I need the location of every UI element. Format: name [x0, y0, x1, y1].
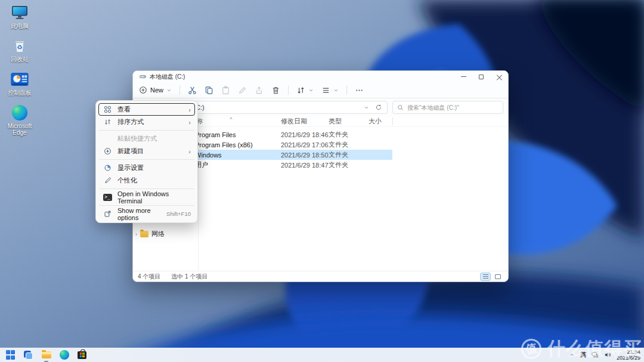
details-view-toggle[interactable] [480, 273, 491, 281]
network-icon [140, 231, 148, 237]
menu-item-show-more-options[interactable]: Show more options Shift+F10 [98, 208, 195, 220]
menu-item-label: Open in Windows Terminal [117, 190, 191, 205]
sort-icon [103, 117, 112, 127]
file-type: 文件夹 [329, 160, 348, 169]
menu-item-new-item[interactable]: 新建项目 › [98, 145, 195, 157]
this-pc-icon [11, 4, 29, 21]
taskbar-clock[interactable]: 21:54 2021/6/29 [617, 349, 640, 361]
search-input[interactable] [407, 104, 499, 111]
store-taskbar-button[interactable] [77, 350, 87, 360]
new-icon [139, 86, 147, 94]
share-icon [255, 86, 264, 95]
file-modified: 2021/6/29 18:50 [281, 151, 329, 159]
file-modified: 2021/6/29 18:46 [281, 131, 329, 138]
desktop-icon-control-panel[interactable]: 控制面板 [1, 70, 38, 96]
menu-item-view[interactable]: 查看 › [98, 103, 195, 116]
paintbrush-icon [103, 176, 112, 185]
desktop-icon-edge[interactable]: Microsoft Edge [1, 104, 38, 136]
file-name: Program Files [195, 131, 236, 138]
desktop-icon-recycle-bin[interactable]: ♻ 回收站 [1, 37, 38, 63]
column-header-size[interactable]: 大小 [369, 117, 382, 126]
nav-item-label: 网络 [151, 230, 165, 239]
file-row-users[interactable]: 用户 2021/6/29 18:47 文件夹 [199, 160, 508, 170]
delete-icon [271, 86, 280, 95]
drive-icon [140, 73, 146, 80]
menu-item-open-windows-terminal[interactable]: >_ Open in Windows Terminal [98, 191, 195, 203]
tray-time: 21:54 [617, 349, 640, 355]
edge-taskbar-button[interactable] [59, 350, 69, 360]
column-header-type[interactable]: 类型 [329, 117, 342, 126]
sort-button[interactable] [296, 86, 314, 95]
view-grid-icon [103, 105, 112, 115]
large-icons-view-toggle[interactable] [493, 273, 503, 281]
menu-item-sort-by[interactable]: 排序方式 › [98, 116, 195, 128]
menu-separator [99, 159, 194, 160]
paste-button[interactable] [221, 86, 230, 95]
menu-item-label: 排序方式 [117, 117, 144, 126]
edge-icon [60, 350, 69, 360]
title-bar[interactable]: 本地磁盘 (C:) [133, 71, 508, 82]
menu-item-personalize[interactable]: 个性化 [98, 174, 195, 187]
menu-separator [99, 205, 194, 206]
file-explorer-taskbar-button[interactable] [41, 350, 51, 360]
start-button[interactable] [5, 350, 16, 360]
microsoft-store-icon [78, 351, 86, 359]
status-bar: 4 个项目 选中 1 个项目 [133, 271, 508, 281]
cut-button[interactable] [188, 86, 197, 95]
file-list: 名称 ˄ 修改日期 类型 大小 Program Files 2021/6/29 … [199, 116, 508, 271]
share-button[interactable] [255, 86, 264, 95]
view-button[interactable] [321, 86, 339, 95]
toolbar-divider [346, 85, 347, 95]
submenu-arrow-icon: › [188, 148, 191, 155]
new-button[interactable]: New [139, 86, 172, 94]
tray-chevron-up-icon[interactable] [569, 352, 575, 358]
address-dropdown-icon[interactable] [364, 105, 369, 110]
desktop-icon-this-pc[interactable]: 此电脑 [1, 4, 38, 29]
desktop-icon-column: 此电脑 ♻ 回收站 控制面板 Microsoft Edge [1, 4, 38, 136]
window-title: 本地磁盘 (C:) [150, 73, 185, 81]
close-button[interactable] [490, 71, 508, 82]
selected-count: 选中 1 个项目 [171, 273, 208, 281]
tray-date: 2021/6/29 [617, 355, 640, 361]
details-view-icon [483, 274, 488, 279]
menu-separator [99, 188, 194, 189]
file-row-program-files[interactable]: Program Files 2021/6/29 18:46 文件夹 [199, 129, 508, 140]
search-icon [397, 104, 404, 111]
network-icon[interactable] [592, 351, 599, 358]
menu-item-label: Show more options [117, 207, 161, 221]
paste-icon [221, 86, 230, 95]
column-header-modified[interactable]: 修改日期 [281, 117, 307, 126]
desktop-icon-label: Microsoft Edge [1, 123, 38, 136]
maximize-icon [479, 75, 484, 79]
menu-item-label: 查看 [117, 105, 131, 114]
task-view-button[interactable] [23, 350, 33, 360]
minimize-button[interactable] [454, 71, 472, 82]
desktop-icon-label: 回收站 [11, 56, 29, 63]
menu-item-label: 新建项目 [117, 147, 144, 156]
delete-button[interactable] [271, 86, 280, 95]
ime-indicator[interactable]: 英 [580, 351, 586, 359]
close-icon [497, 74, 502, 79]
menu-item-label: 显示设置 [117, 163, 144, 172]
file-type: 文件夹 [329, 130, 348, 139]
sort-ascending-icon: ˄ [230, 116, 233, 121]
column-headers: 名称 ˄ 修改日期 类型 大小 [199, 116, 508, 127]
maximize-button[interactable] [472, 71, 490, 82]
file-row-program-files-x86[interactable]: Program Files (x86) 2021/6/29 17:06 文件夹 [199, 140, 508, 150]
more-icon [355, 86, 364, 95]
volume-icon[interactable] [604, 351, 611, 358]
copy-icon [205, 86, 213, 95]
refresh-icon[interactable] [375, 104, 382, 111]
copy-button[interactable] [205, 86, 213, 95]
file-row-windows-selected[interactable]: Windows 2021/6/29 18:50 文件夹 [199, 150, 508, 160]
file-type: 文件夹 [329, 140, 348, 149]
empty-icon-slot [103, 134, 112, 144]
menu-item-display-settings[interactable]: 显示设置 [98, 162, 195, 174]
toolbar-divider [179, 85, 180, 95]
menu-item-paste-shortcut[interactable]: 粘贴快捷方式 [98, 132, 195, 145]
nav-item-network[interactable]: › 网络 [135, 230, 165, 239]
more-options-button[interactable] [355, 86, 364, 95]
chevron-down-icon [308, 88, 314, 93]
chevron-down-icon [166, 88, 172, 93]
rename-button[interactable] [238, 86, 247, 95]
